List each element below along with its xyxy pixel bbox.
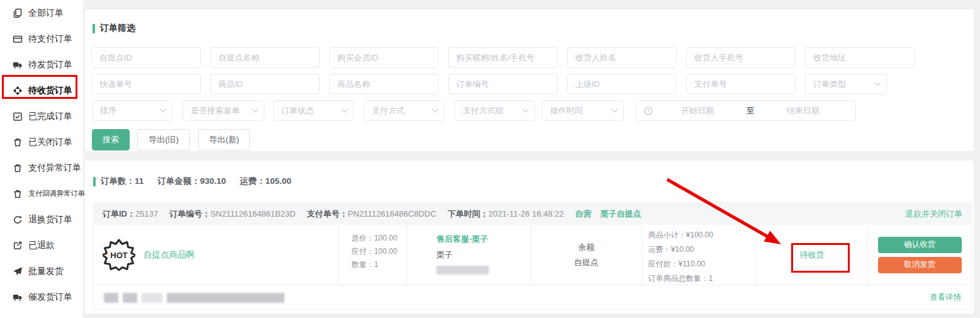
sidebar-item-urge-ship[interactable]: 催发货订单 bbox=[0, 284, 83, 310]
order-footer: 查看详情 bbox=[94, 285, 971, 310]
amount-cell: 商品小计：¥100.00 运费：¥10.00 应付款：¥110.00 订单商品总… bbox=[642, 225, 757, 285]
sidebar-item-label: 支付异常订单 bbox=[28, 162, 81, 174]
order-sn-label: 订单编号： bbox=[169, 209, 210, 219]
pending-receive-icon bbox=[12, 85, 23, 96]
order-type-select[interactable]: 订单类型 bbox=[805, 74, 887, 94]
date-separator: 至 bbox=[743, 105, 758, 116]
actions-cell: 确认收货 取消发货 bbox=[868, 225, 971, 285]
sort-select-label: 排序 bbox=[100, 105, 116, 116]
order-no-input[interactable] bbox=[448, 74, 558, 94]
product-name-link[interactable]: 自提点商品啊 bbox=[144, 249, 194, 261]
order-body: HOT 自提点商品啊 原价：100.00 应付：100.00 数量：1 售后客服… bbox=[94, 225, 971, 285]
pay-method-select[interactable]: 支付方式 bbox=[364, 100, 444, 121]
export-new-button[interactable]: 导出(新) bbox=[198, 129, 250, 150]
view-detail-link[interactable]: 查看详情 bbox=[930, 292, 961, 303]
cancel-ship-button[interactable]: 取消发货 bbox=[878, 257, 962, 273]
receiver-name-input[interactable] bbox=[567, 47, 677, 68]
sidebar-item-label: 退换货订单 bbox=[28, 214, 72, 225]
receiver-phone-input[interactable] bbox=[686, 47, 796, 68]
order-time-value: 2021-11-26 16:48:22 bbox=[488, 209, 564, 219]
sidebar-item-pending-receive[interactable]: 待收货订单 bbox=[0, 77, 83, 103]
pickup-name-input[interactable] bbox=[210, 47, 320, 68]
operate-time-select[interactable]: 操作时间 bbox=[542, 100, 624, 121]
order-sn-field: 订单编号：SN211126164861B23D bbox=[169, 208, 295, 220]
first-order-select[interactable]: 是否搜索首单 bbox=[183, 100, 264, 121]
address-blurred bbox=[104, 293, 284, 303]
receiver-address-input[interactable] bbox=[805, 47, 915, 68]
total-quantity: 订单商品总数量：1 bbox=[648, 271, 756, 286]
filter-title: 订单筛选 bbox=[93, 23, 135, 34]
completed-orders-icon bbox=[12, 111, 23, 122]
sidebar-item-returns[interactable]: 退换货订单 bbox=[0, 207, 83, 232]
parent-id-input[interactable] bbox=[567, 74, 677, 94]
pay-method-group-select[interactable]: 支付方式组 bbox=[454, 100, 535, 121]
confirm-receipt-button[interactable]: 确认收货 bbox=[878, 237, 962, 253]
order-type-select-label: 订单类型 bbox=[813, 79, 846, 90]
export-old-button[interactable]: 导出(旧) bbox=[137, 129, 190, 150]
sidebar-item-label: 已退款 bbox=[28, 240, 55, 251]
pickup-id-input[interactable] bbox=[91, 47, 201, 68]
sidebar-item-payment-error[interactable]: 支付异常订单 bbox=[0, 155, 83, 181]
sidebar-item-closed[interactable]: 已关闭订单 bbox=[0, 129, 83, 155]
payment-method: 余额 bbox=[578, 241, 594, 254]
batch-ship-icon bbox=[12, 266, 23, 276]
order-header: 订单ID：25137 订单编号：SN211126164861B23D 支付单号：… bbox=[94, 203, 971, 225]
orders-all-icon bbox=[12, 8, 23, 18]
operate-time-select-label: 操作时间 bbox=[550, 105, 583, 116]
order-id-field: 订单ID：25137 bbox=[103, 208, 158, 220]
product-id-input[interactable] bbox=[210, 74, 320, 94]
sort-select[interactable]: 排序 bbox=[92, 100, 172, 121]
pay-no-input[interactable] bbox=[686, 74, 796, 94]
status-cell: 待收货 bbox=[757, 225, 869, 285]
shipping-fee: 运费：¥10.00 bbox=[648, 242, 756, 257]
order-id-label: 订单ID： bbox=[103, 209, 135, 219]
sidebar-item-label: 催发货订单 bbox=[28, 292, 72, 303]
sidebar-item-callback-error[interactable]: 支付回调异常订单 bbox=[0, 181, 83, 207]
buyer-member-id-input[interactable] bbox=[329, 47, 439, 68]
payment-cell: 余额 自提点 bbox=[531, 225, 642, 285]
pending-payment-icon bbox=[12, 33, 23, 44]
customer-name: 栗子 bbox=[436, 249, 531, 261]
pay-sn-field: 支付单号：PN21112616486C8DDC bbox=[307, 208, 436, 220]
sidebar-item-batch-ship[interactable]: 批量发货 bbox=[0, 258, 83, 284]
after-sale-service-link[interactable]: 售后客服-栗子 bbox=[436, 234, 531, 245]
product-name-input[interactable] bbox=[329, 74, 439, 94]
quantity: 数量：1 bbox=[351, 258, 407, 271]
urge-ship-icon bbox=[12, 292, 23, 302]
price-cell: 原价：100.00 应付：100.00 数量：1 bbox=[339, 225, 407, 285]
refund-close-link[interactable]: 退款并关闭订单 bbox=[905, 208, 962, 220]
sidebar-item-label: 待收货订单 bbox=[28, 85, 72, 96]
chevron-down-icon bbox=[875, 80, 881, 86]
chevron-down-icon bbox=[252, 106, 259, 113]
goods-subtotal: 商品小计：¥100.00 bbox=[648, 228, 756, 242]
filter-title-text: 订单筛选 bbox=[100, 23, 135, 34]
buyer-nickname-input[interactable] bbox=[448, 47, 558, 68]
summary-order-count: 订单数：11 bbox=[101, 176, 144, 187]
customer-phone-blurred bbox=[436, 266, 489, 275]
delivery-method: 自提点 bbox=[574, 256, 599, 269]
order-status-select[interactable]: 订单状态 bbox=[273, 100, 354, 121]
order-filter-panel: 订单筛选 订单类型 排序 是否搜索首单 订单状态 支付方式 支付方式组 操作时间… bbox=[85, 9, 974, 151]
order-list-panel: 订单数：11 订单金额：930.10 运费：105.00 订单ID：25137 … bbox=[85, 161, 974, 314]
order-status-select-label: 订单状态 bbox=[281, 105, 314, 116]
date-range-picker[interactable]: 开始日期 至 结束日期 bbox=[636, 100, 856, 121]
sidebar-item-label: 支付回调异常订单 bbox=[28, 189, 85, 198]
chevron-down-icon bbox=[432, 106, 439, 113]
search-button[interactable]: 搜索 bbox=[92, 129, 130, 150]
sidebar-item-label: 已关闭订单 bbox=[28, 137, 72, 148]
sidebar-item-all-orders[interactable]: 全部订单 bbox=[0, 0, 83, 26]
sidebar-item-completed[interactable]: 已完成订单 bbox=[0, 103, 83, 129]
order-summary: 订单数：11 订单金额：930.10 运费：105.00 bbox=[93, 176, 300, 187]
payable-price: 应付：100.00 bbox=[351, 245, 407, 258]
amount-payable: 应付款：¥110.00 bbox=[648, 257, 756, 271]
order-row: 订单ID：25137 订单编号：SN211126164861B23D 支付单号：… bbox=[93, 203, 972, 310]
tracking-no-input[interactable] bbox=[91, 74, 201, 94]
chevron-down-icon bbox=[523, 106, 529, 113]
sidebar-item-pending-payment[interactable]: 待支付订单 bbox=[0, 26, 83, 52]
sidebar-item-pending-ship[interactable]: 待发货订单 bbox=[0, 52, 83, 77]
order-time-field: 下单时间：2021-11-26 16:48:22 bbox=[448, 208, 564, 220]
chevron-down-icon bbox=[161, 106, 167, 113]
order-time-label: 下单时间： bbox=[448, 209, 488, 219]
sidebar-item-refunded[interactable]: 已退款 bbox=[0, 232, 83, 258]
hot-badge-image: HOT bbox=[103, 239, 135, 271]
